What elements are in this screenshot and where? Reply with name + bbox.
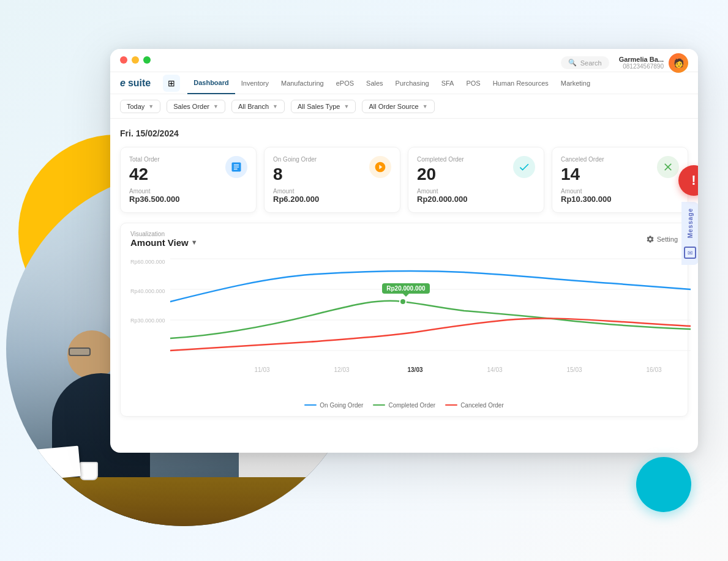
message-panel[interactable]: Message ✉ — [681, 202, 698, 265]
nav-item-inventory[interactable]: Inventory — [235, 72, 275, 94]
chart-tooltip: Rp20.000.000 — [382, 283, 429, 294]
dashboard-window: 🔍 Search Garmelia Ba... 081234567890 🧑 e… — [110, 49, 698, 453]
nav-item-purchasing[interactable]: Purchasing — [389, 72, 435, 94]
legend-ongoing-label: On Going Order — [320, 402, 363, 409]
order-type-value: Sales Order — [173, 103, 209, 110]
top-header: 🔍 Search Garmelia Ba... 081234567890 🧑 — [110, 49, 698, 72]
chart-header: Visualization Amount View ▼ Setting — [130, 231, 678, 248]
visualization-label: Visualization — [130, 231, 198, 237]
completed-order-amount: Rp20.000.000 — [417, 195, 535, 204]
ongoing-order-amount-label: Amount — [273, 188, 391, 195]
setting-button[interactable]: Setting — [646, 235, 678, 243]
nav-item-hr[interactable]: Human Resources — [487, 72, 555, 94]
y-label-2: Rp40.000.000 — [130, 288, 173, 294]
chart-legend: On Going Order Completed Order Canceled … — [130, 402, 678, 409]
ongoing-order-icon — [369, 156, 391, 178]
user-avatar[interactable]: 🧑 — [669, 53, 688, 73]
svg-text:13/03: 13/03 — [407, 366, 422, 373]
setting-label: Setting — [657, 236, 678, 243]
order-source-value: All Order Source — [369, 103, 418, 110]
dashboard-content: Fri. 15/02/2024 Total Order 42 Amount Rp… — [110, 119, 698, 426]
window-controls — [120, 56, 151, 64]
message-label: Message — [687, 208, 694, 238]
chart-svg: 11/03 12/03 13/03 14/03 15/03 16/03 — [170, 253, 691, 375]
close-window-btn[interactable] — [120, 56, 127, 64]
legend-completed-color — [373, 404, 385, 406]
branch-value: All Branch — [238, 103, 269, 110]
completed-order-icon — [513, 156, 535, 178]
user-info-section: Garmelia Ba... 081234567890 🧑 — [619, 53, 688, 73]
order-source-arrow: ▼ — [422, 103, 428, 110]
canceled-order-icon — [657, 156, 679, 178]
nav-bar: esuite ⊞ Dashboard Inventory Manufacturi… — [110, 72, 698, 94]
chart-area: Visualization Amount View ▼ Setting Rp60… — [120, 223, 688, 417]
search-bar[interactable]: 🔍 Search — [561, 56, 609, 69]
order-type-arrow: ▼ — [213, 103, 219, 110]
legend-ongoing: On Going Order — [304, 402, 363, 409]
ongoing-order-amount: Rp6.200.000 — [273, 195, 391, 204]
nav-item-sales[interactable]: Sales — [360, 72, 389, 94]
nav-item-manufacturing[interactable]: Manufacturing — [275, 72, 330, 94]
total-order-icon — [225, 156, 247, 178]
maximize-window-btn[interactable] — [143, 56, 151, 64]
completed-order-amount-label: Amount — [417, 188, 535, 195]
legend-canceled: Canceled Order — [445, 402, 504, 409]
svg-point-4 — [400, 299, 406, 305]
svg-text:14/03: 14/03 — [487, 366, 502, 373]
canceled-order-card: Canceled Order 14 Amount Rp10.300.000 — [552, 147, 688, 213]
total-order-amount: Rp36.500.000 — [129, 195, 247, 204]
chart-title[interactable]: Amount View ▼ — [130, 237, 198, 248]
svg-text:11/03: 11/03 — [254, 366, 269, 373]
nav-item-pos[interactable]: POS — [460, 72, 486, 94]
branch-filter[interactable]: All Branch ▼ — [231, 100, 285, 113]
completed-order-card: Completed Order 20 Amount Rp20.000.000 — [408, 147, 544, 213]
total-order-amount-label: Amount — [129, 188, 247, 195]
svg-text:12/03: 12/03 — [334, 366, 349, 373]
nav-grid-icon[interactable]: ⊞ — [163, 75, 180, 92]
date-filter-value: Today — [127, 103, 144, 110]
nav-item-epos[interactable]: ePOS — [330, 72, 360, 94]
legend-canceled-label: Canceled Order — [460, 402, 504, 409]
search-placeholder: Search — [580, 59, 602, 67]
chart-title-arrow: ▼ — [191, 239, 198, 246]
sales-type-arrow: ▼ — [343, 103, 349, 110]
nav-item-marketing[interactable]: Marketing — [555, 72, 596, 94]
sales-type-value: All Sales Type — [298, 103, 340, 110]
legend-completed-label: Completed Order — [388, 402, 435, 409]
teal-decorative-circle — [636, 457, 691, 512]
svg-text:15/03: 15/03 — [566, 366, 582, 373]
user-name: Garmelia Ba... — [619, 56, 664, 63]
date-filter-arrow: ▼ — [148, 103, 154, 110]
legend-canceled-color — [445, 404, 457, 406]
canceled-order-amount-label: Amount — [561, 188, 679, 195]
chart-svg-container: Rp60.000.000 Rp40.000.000 Rp30.000.000 — [130, 253, 678, 399]
minimize-window-btn[interactable] — [132, 56, 139, 64]
legend-ongoing-color — [304, 404, 317, 406]
order-source-filter[interactable]: All Order Source ▼ — [362, 100, 434, 113]
y-label-1: Rp60.000.000 — [130, 259, 173, 265]
stats-row: Total Order 42 Amount Rp36.500.000 On Go… — [120, 147, 688, 213]
legend-completed: Completed Order — [373, 402, 435, 409]
order-type-filter[interactable]: Sales Order ▼ — [167, 100, 225, 113]
search-icon: 🔍 — [568, 59, 577, 67]
ongoing-order-card: On Going Order 8 Amount Rp6.200.000 — [264, 147, 400, 213]
filter-bar: Today ▼ Sales Order ▼ All Branch ▼ All S… — [110, 94, 698, 119]
nav-item-sfa[interactable]: SFA — [435, 72, 460, 94]
logo: esuite — [120, 78, 151, 89]
total-order-card: Total Order 42 Amount Rp36.500.000 — [120, 147, 257, 213]
message-icon[interactable]: ✉ — [684, 247, 696, 259]
user-phone: 081234567890 — [619, 63, 664, 70]
nav-item-dashboard[interactable]: Dashboard — [187, 72, 235, 94]
canceled-order-amount: Rp10.300.000 — [561, 195, 679, 204]
date-filter[interactable]: Today ▼ — [120, 100, 160, 113]
y-label-3: Rp30.000.000 — [130, 318, 173, 324]
dashboard-date: Fri. 15/02/2024 — [120, 128, 688, 138]
svg-text:16/03: 16/03 — [646, 366, 661, 373]
branch-arrow: ▼ — [272, 103, 278, 110]
sales-type-filter[interactable]: All Sales Type ▼ — [291, 100, 356, 113]
notification-icon: ! — [691, 173, 696, 188]
